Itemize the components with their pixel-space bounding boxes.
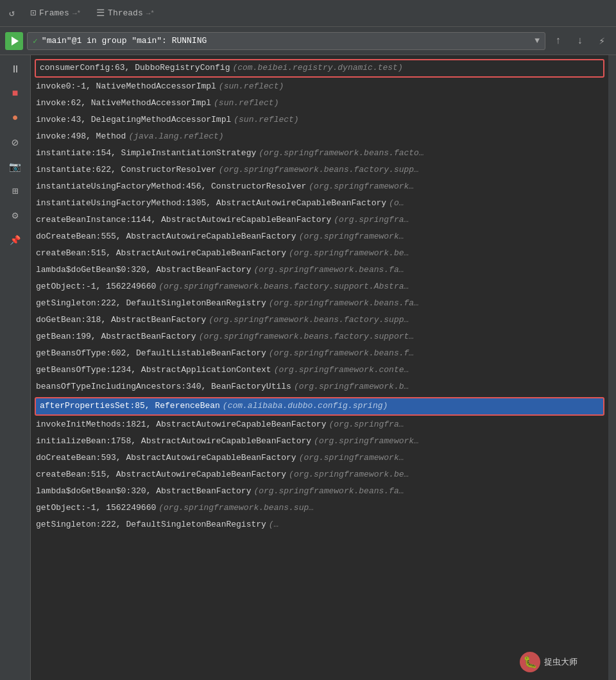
method-label: getBean:199, AbstractBeanFactory <box>36 330 196 344</box>
stack-frame-row[interactable]: getSingleton:222, DefaultSingletonBeanRe… <box>31 517 608 534</box>
stack-frame-row[interactable]: afterPropertiesSet:85, ReferenceBean (co… <box>35 397 604 416</box>
frames-label: Frames <box>39 8 69 18</box>
down-arrow-icon: ↓ <box>577 35 583 47</box>
stack-frame-row[interactable]: getObject:-1, 1562249660 (org.springfram… <box>31 500 608 517</box>
stack-frame-row[interactable]: instantiateUsingFactoryMethod:1305, Abst… <box>31 196 608 212</box>
stop-icon: ■ <box>12 88 19 99</box>
stack-frame-row[interactable]: getObject:-1, 1562249660 (org.springfram… <box>31 279 608 296</box>
package-label: (… <box>269 518 279 532</box>
check-icon: ✓ <box>33 36 38 46</box>
stack-frame-row[interactable]: getSingleton:222, DefaultSingletonBeanRe… <box>31 296 608 312</box>
package-label: (org.springframework.beans.fa… <box>253 264 404 277</box>
stack-frame-row[interactable]: invoke0:-1, NativeMethodAccessorImpl (su… <box>31 79 608 96</box>
package-label: (org.springframework.be… <box>289 247 409 260</box>
stack-frame-row[interactable]: instantiateUsingFactoryMethod:456, Const… <box>31 179 608 196</box>
method-label: invoke0:-1, NativeMethodAccessorImpl <box>36 80 216 94</box>
stack-frame-row[interactable]: createBean:515, AbstractAutowireCapableB… <box>31 467 608 484</box>
stack-frame-row[interactable]: createBean:515, AbstractAutowireCapableB… <box>31 246 608 262</box>
package-label: (org.springfra… <box>334 214 409 227</box>
sidebar: ⏸ ■ ● ⊘ 📷 ⊞ ⚙ 📌 <box>0 55 31 680</box>
method-label: beansOfTypeIncludingAncestors:340, BeanF… <box>36 380 291 394</box>
method-label: invoke:43, DelegatingMethodAccessorImpl <box>36 114 231 127</box>
method-label: getBeansOfType:1234, AbstractApplication… <box>36 364 271 377</box>
thread-selector[interactable]: ✓ "main"@1 in group "main": RUNNING ▼ <box>27 32 545 50</box>
package-label: (sun.reflect) <box>219 80 284 94</box>
method-label: createBeanInstance:1144, AbstractAutowir… <box>36 214 331 227</box>
mute-icon: ⊘ <box>12 135 19 149</box>
package-label: (o… <box>389 197 404 210</box>
frames-button[interactable]: ⊡ Frames →* <box>26 4 85 22</box>
package-label: (java.lang.reflect) <box>128 130 223 144</box>
filter-button[interactable]: ⚡ <box>593 32 611 50</box>
stack-frame-row[interactable]: instantiate:622, ConstructorResolver (or… <box>31 162 608 179</box>
thread-text: "main"@1 in group "main": RUNNING <box>42 36 207 46</box>
watermark: 🐛 捉虫大师 <box>520 652 578 672</box>
stack-frame-row[interactable]: lambda$doGetBean$0:320, AbstractBeanFact… <box>31 484 608 500</box>
watermark-icon: 🐛 <box>520 652 540 672</box>
package-label: (org.springframework.beans.f… <box>269 347 414 361</box>
pause-button[interactable]: ⏸ <box>4 58 27 81</box>
stack-frame-row[interactable]: invoke:43, DelegatingMethodAccessorImpl … <box>31 112 608 129</box>
watermark-text: 捉虫大师 <box>544 656 578 668</box>
method-label: doGetBean:318, AbstractBeanFactory <box>36 314 206 327</box>
stack-frame-row[interactable]: createBeanInstance:1144, AbstractAutowir… <box>31 212 608 229</box>
stack-frame-row[interactable]: instantiate:154, SimpleInstantiationStra… <box>31 146 608 162</box>
method-label: instantiate:154, SimpleInstantiationStra… <box>36 147 256 160</box>
record-icon: ● <box>12 112 19 124</box>
package-label: (org.springframework.beans.factory.supp… <box>209 314 409 327</box>
stack-frame-row[interactable]: lambda$doGetBean$0:320, AbstractBeanFact… <box>31 262 608 279</box>
layout-button[interactable]: ⊞ <box>4 180 27 203</box>
stack-frame-row[interactable]: invoke:62, NativeMethodAccessorImpl (sun… <box>31 96 608 112</box>
package-label: (org.springframework.beans.fa… <box>253 485 404 498</box>
stack-frame-row[interactable]: invokeInitMethods:1821, AbstractAutowire… <box>31 417 608 434</box>
package-label: (org.springframework.beans.factory.suppo… <box>158 280 409 294</box>
stack-trace-panel[interactable]: consumerConfig:63, DubboRegistryConfig (… <box>31 55 608 680</box>
refresh-button[interactable]: ↺ <box>5 4 19 22</box>
package-label: (com.beibei.registry.dynamic.test) <box>232 62 402 75</box>
package-label: (org.springframework.be… <box>289 468 409 482</box>
stack-frame-row[interactable]: beansOfTypeIncludingAncestors:340, BeanF… <box>31 379 608 396</box>
method-label: createBean:515, AbstractAutowireCapableB… <box>36 247 286 260</box>
stop-button[interactable]: ■ <box>4 82 27 105</box>
record-button[interactable]: ● <box>4 106 27 130</box>
package-label: (org.springframework.conte… <box>274 364 409 377</box>
method-label: invoke:498, Method <box>36 130 126 144</box>
snapshot-button[interactable]: 📷 <box>4 155 27 178</box>
frames-icon: ⊡ <box>30 7 36 19</box>
up-frame-button[interactable]: ↑ <box>549 32 567 50</box>
stack-frame-row[interactable]: doCreateBean:555, AbstractAutowireCapabl… <box>31 229 608 246</box>
method-label: getSingleton:222, DefaultSingletonBeanRe… <box>36 297 266 310</box>
package-label: (org.springframework… <box>314 435 419 448</box>
package-label: (org.springframework.beans.fa… <box>269 297 419 310</box>
pin-button[interactable]: 📌 <box>4 228 27 251</box>
down-frame-button[interactable]: ↓ <box>571 32 589 50</box>
toolbar: ↺ ⊡ Frames →* ☰ Threads →* <box>0 0 616 27</box>
camera-icon: 📷 <box>9 161 21 173</box>
stack-frame-row[interactable]: consumerConfig:63, DubboRegistryConfig (… <box>35 59 604 78</box>
stack-frame-row[interactable]: doCreateBean:593, AbstractAutowireCapabl… <box>31 450 608 467</box>
resume-button[interactable] <box>5 32 23 50</box>
gear-icon: ⚙ <box>12 209 19 222</box>
stack-frame-row[interactable]: doGetBean:318, AbstractBeanFactory (org.… <box>31 312 608 329</box>
mute-button[interactable]: ⊘ <box>4 131 27 154</box>
threads-icon: ☰ <box>96 7 105 19</box>
package-label: (org.springframework.beans.factory.supp… <box>219 164 419 177</box>
layout-icon: ⊞ <box>12 185 19 198</box>
up-arrow-icon: ↑ <box>555 35 561 47</box>
package-label: (org.springframework.beans.facto… <box>259 147 424 160</box>
scrollbar[interactable] <box>608 55 616 680</box>
method-label: createBean:515, AbstractAutowireCapableB… <box>36 468 286 482</box>
stack-frame-row[interactable]: initializeBean:1758, AbstractAutowireCap… <box>31 434 608 450</box>
method-label: doCreateBean:555, AbstractAutowireCapabl… <box>36 230 296 244</box>
package-label: (org.springframework.beans.sup… <box>158 502 314 515</box>
settings-button[interactable]: ⚙ <box>4 204 27 227</box>
package-label: (org.springframework.b… <box>294 380 409 394</box>
threads-button[interactable]: ☰ Threads →* <box>92 4 158 22</box>
stack-frame-row[interactable]: getBeansOfType:602, DefaultListableBeanF… <box>31 346 608 362</box>
stack-frame-row[interactable]: invoke:498, Method (java.lang.reflect) <box>31 129 608 146</box>
play-icon <box>12 37 19 46</box>
stack-frame-row[interactable]: getBean:199, AbstractBeanFactory (org.sp… <box>31 329 608 346</box>
method-label: getObject:-1, 1562249660 <box>36 280 156 294</box>
method-label: lambda$doGetBean$0:320, AbstractBeanFact… <box>36 485 251 498</box>
stack-frame-row[interactable]: getBeansOfType:1234, AbstractApplication… <box>31 362 608 379</box>
